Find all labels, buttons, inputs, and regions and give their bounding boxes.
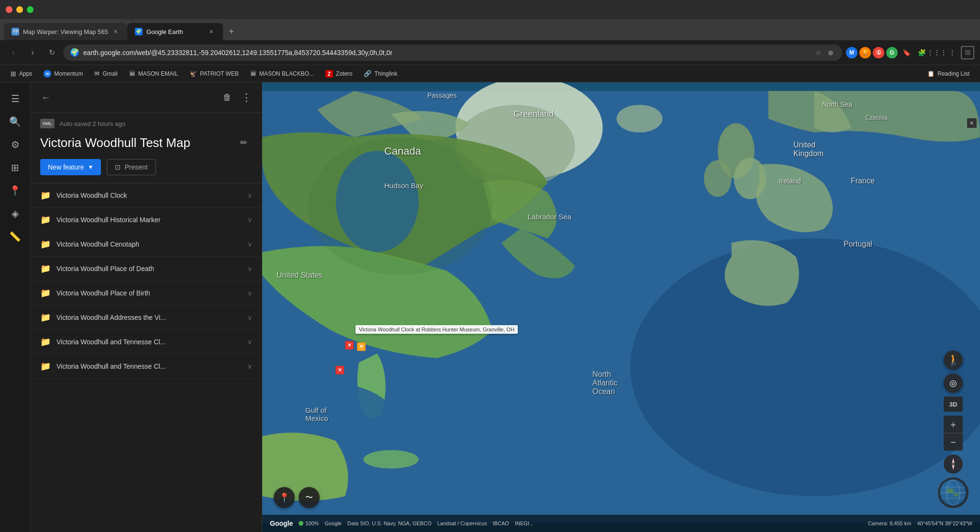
map-marker-2[interactable]: ✕ xyxy=(357,342,366,351)
bookmark-apps[interactable]: ⊞ Apps xyxy=(6,68,37,79)
sidebar-grid-button[interactable]: ⊞ xyxy=(5,157,26,178)
zoom-in-button[interactable]: ＋ xyxy=(944,416,963,433)
profile-green-icon[interactable]: G xyxy=(886,47,898,58)
folder-item-7[interactable]: 📁 Victoria Woodhull and Tennesse Cl... ∨ xyxy=(31,330,262,354)
bookmark-apps-label: Apps xyxy=(19,70,32,77)
tab-googleearth-close[interactable]: ✕ xyxy=(208,28,215,35)
main-content: ☰ 🔍 ⚙ ⊞ 📍 ◈ 📏 ← 🗑 ⋮ HML Auto-saved 2 hou… xyxy=(0,82,980,532)
folder-label-6: Victoria Woodhull Addresses the Vi... xyxy=(56,314,242,321)
tab-mapwarper[interactable]: 🗺 Map Warper: Viewing Map 565 ✕ xyxy=(4,23,127,40)
folder-item-5[interactable]: 📁 Victoria Woodhull Place of Birth ∨ xyxy=(31,281,262,306)
bookmark-star-icon[interactable]: ☆ xyxy=(813,48,823,57)
traffic-lights xyxy=(6,6,33,13)
compass-button[interactable] xyxy=(944,454,963,474)
address-bar: ‹ › ↻ 🌍 earth.google.com/web/@45.2333281… xyxy=(0,40,980,65)
folder-item-6[interactable]: 📁 Victoria Woodhull Addresses the Vi... … xyxy=(31,306,262,330)
bookmark-zotero[interactable]: Z Zotero xyxy=(321,68,357,79)
folder-item-4[interactable]: 📁 Victoria Woodhull Place of Death ∨ xyxy=(31,257,262,281)
close-panel-icon[interactable]: ✕ xyxy=(967,118,977,128)
profile-m-icon[interactable]: M xyxy=(846,47,858,58)
new-feature-label: New feature xyxy=(48,163,84,171)
folder-chevron-1: ∨ xyxy=(247,192,252,199)
forward-button[interactable]: › xyxy=(25,45,40,60)
extension-icon[interactable]: ⊕ xyxy=(826,48,835,57)
tab-mapwarper-label: Map Warper: Viewing Map 565 xyxy=(23,28,108,35)
profile-reward-icon[interactable]: 🏆 xyxy=(859,47,871,58)
folder-icon-5: 📁 xyxy=(40,288,51,298)
folder-label-1: Victoria Woodhull Clock xyxy=(56,192,242,199)
address-icons: ☆ ⊕ xyxy=(813,48,835,57)
folder-icon-7: 📁 xyxy=(40,337,51,347)
new-tab-button[interactable]: + xyxy=(223,23,240,40)
sidebar-search-button[interactable]: 🔍 xyxy=(5,111,26,132)
tab-bar: 🗺 Map Warper: Viewing Map 565 ✕ 🌍 Google… xyxy=(0,19,980,40)
bookmark-gmail-label: Gmail xyxy=(102,70,117,77)
folder-item-8[interactable]: 📁 Victoria Woodhull and Tennesse Cl... ∨ xyxy=(31,354,262,379)
autosave-row: HML Auto-saved 2 hours ago xyxy=(31,113,262,134)
bookmark-patriot-web[interactable]: 🦅 PATRIOT WEB xyxy=(185,68,244,79)
sidebar-measure-button[interactable]: 📏 xyxy=(5,226,26,247)
new-feature-button[interactable]: New feature ▼ xyxy=(40,159,101,175)
bookmark-mason-blackboard[interactable]: 🏛 MASON BLACKBO... xyxy=(245,68,319,79)
bookmark-mason-email[interactable]: 🏛 MASON EMAIL xyxy=(124,68,183,79)
profile-g-icon[interactable]: ① xyxy=(873,47,884,58)
btn-3d[interactable]: 3D xyxy=(944,396,963,412)
tab-googleearth-label: Google Earth xyxy=(146,28,204,35)
reading-list-label: Reading List xyxy=(937,70,969,77)
map-bottom-bar: Google 100% Google Data SIO, U.S. Navy, … xyxy=(262,515,980,532)
back-button[interactable]: ← xyxy=(38,90,54,105)
draw-path-tool[interactable]: 〜 xyxy=(299,487,320,508)
delete-button[interactable]: 🗑 xyxy=(220,90,235,105)
bookmark-thinglink[interactable]: 🔗 Thinglink xyxy=(359,68,402,79)
add-marker-tool[interactable]: 📍 xyxy=(274,487,295,508)
globe-button[interactable] xyxy=(938,477,969,508)
google-logo: Google xyxy=(270,520,293,527)
map-area[interactable]: Canada Hudson Bay Passages Greenland Lab… xyxy=(262,82,980,532)
panel-header: ← 🗑 ⋮ xyxy=(31,82,262,113)
more-options-icon[interactable]: ⋮ xyxy=(946,46,959,59)
bookmark-gmail[interactable]: ✉ Gmail xyxy=(89,68,122,79)
bookmark-icon[interactable]: 🔖 xyxy=(900,46,913,59)
bookmark-momentum-label: Momentum xyxy=(54,70,83,77)
svg-point-18 xyxy=(953,493,959,497)
svg-point-10 xyxy=(308,137,492,275)
maximize-window-button[interactable] xyxy=(27,6,33,13)
close-window-button[interactable] xyxy=(6,6,12,13)
apps-grid-icon[interactable]: ⋮⋮⋮ xyxy=(930,46,944,59)
target-button[interactable]: ◎ xyxy=(944,374,963,393)
edit-title-button[interactable]: ✏ xyxy=(235,134,252,151)
attribution-data: Data SIO, U.S. Navy, NGA, GEBCO xyxy=(347,521,432,526)
map-title: Victoria Woodhull Test Map xyxy=(40,136,229,150)
tab-googleearth[interactable]: 🌍 Google Earth ✕ xyxy=(127,23,223,40)
svg-point-8 xyxy=(704,160,732,197)
folder-item-2[interactable]: 📁 Victoria Woodhull Historical Marker ∨ xyxy=(31,208,262,232)
bookmark-mason-blackboard-label: MASON BLACKBO... xyxy=(259,70,314,77)
tab-mapwarper-close[interactable]: ✕ xyxy=(112,28,120,35)
back-button[interactable]: ‹ xyxy=(6,45,21,60)
bookmark-momentum[interactable]: m Momentum xyxy=(39,68,88,79)
reading-list-button[interactable]: 📋 Reading List xyxy=(923,68,974,79)
present-button[interactable]: ⊡ Present xyxy=(107,159,156,175)
attribution-google: Google xyxy=(324,521,341,526)
map-marker-1[interactable]: ✕ xyxy=(345,341,354,350)
svg-point-5 xyxy=(364,450,419,468)
extension-puzzle-icon[interactable]: 🧩 xyxy=(915,46,928,59)
sidebar-settings-button[interactable]: ⚙ xyxy=(5,134,26,155)
sidebar-location-button[interactable]: 📍 xyxy=(5,180,26,201)
folder-item-3[interactable]: 📁 Victoria Woodhull Cenotaph ∨ xyxy=(31,232,262,257)
folder-item-1[interactable]: 📁 Victoria Woodhull Clock ∨ xyxy=(31,183,262,208)
minimize-window-button[interactable] xyxy=(16,6,23,13)
street-view-button[interactable]: 🚶 xyxy=(944,351,963,370)
tab-googleearth-favicon: 🌍 xyxy=(135,28,143,35)
map-marker-3[interactable]: ✕ xyxy=(335,366,344,374)
sidebar-menu-button[interactable]: ☰ xyxy=(5,88,26,109)
attribution-inegi: INEGI... xyxy=(515,521,534,526)
sidebar-layers-button[interactable]: ◈ xyxy=(5,203,26,224)
address-input-wrap[interactable]: 🌍 earth.google.com/web/@45.23332811,-59.… xyxy=(63,45,842,61)
reload-button[interactable]: ↻ xyxy=(44,45,59,60)
more-button[interactable]: ⋮ xyxy=(239,90,254,105)
panel-actions: 🗑 ⋮ xyxy=(220,90,254,105)
zoom-out-button[interactable]: － xyxy=(944,433,963,451)
folder-chevron-3: ∨ xyxy=(247,240,252,248)
screen-icon[interactable]: ⬛ xyxy=(961,46,974,59)
